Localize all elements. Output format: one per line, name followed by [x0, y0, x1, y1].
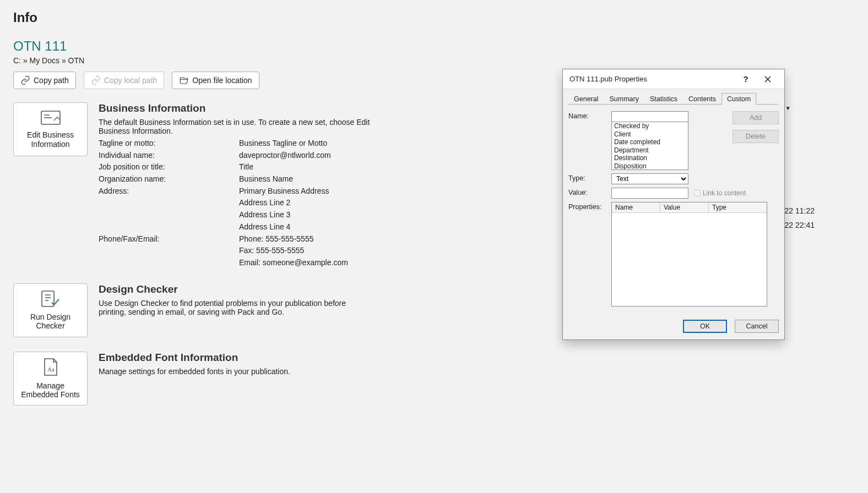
properties-label: Properties:: [568, 202, 611, 211]
value-input[interactable]: [611, 188, 688, 199]
ok-button[interactable]: OK: [683, 320, 727, 333]
manage-fonts-label: Manage Embedded Fonts: [18, 381, 83, 400]
list-item[interactable]: Date completed: [612, 138, 688, 146]
run-design-checker-label: Run Design Checker: [18, 313, 83, 331]
edit-business-info-label: Edit Business Information: [18, 130, 83, 149]
list-item[interactable]: Checked by: [612, 122, 688, 130]
tagline-value: Business Tagline or Motto: [239, 138, 327, 150]
doc-title: OTN 111: [13, 39, 855, 54]
email-value: Email: someone@example.com: [239, 257, 348, 269]
individual-name-label: Individual name:: [99, 150, 239, 162]
phone-value: Phone: 555-555-5555: [239, 233, 348, 245]
page-title: Info: [13, 10, 855, 25]
list-item[interactable]: Disposition: [612, 162, 688, 171]
list-item[interactable]: Destination: [612, 154, 688, 162]
value-label: Value:: [568, 188, 611, 196]
address-line: Address Line 4: [239, 221, 329, 233]
add-button[interactable]: Add: [733, 111, 779, 124]
job-title-value: Title: [239, 161, 253, 173]
run-design-checker-button[interactable]: Run Design Checker: [13, 283, 88, 337]
org-name-value: Business Name: [239, 173, 293, 185]
list-item[interactable]: Department: [612, 146, 688, 155]
close-icon: [764, 76, 771, 83]
tab-contents[interactable]: Contents: [683, 93, 721, 105]
doc-path: C: » My Docs » OTN: [13, 56, 855, 65]
list-item[interactable]: Client: [612, 130, 688, 139]
type-select[interactable]: Text: [611, 173, 688, 184]
link-to-content-label: Link to content: [703, 189, 746, 197]
embedded-fonts-desc: Manage settings for embedded fonts in yo…: [99, 367, 290, 376]
name-input[interactable]: [611, 111, 688, 122]
tagline-label: Tagline or motto:: [99, 138, 239, 150]
address-line: Address Line 3: [239, 209, 329, 221]
business-card-icon: [41, 111, 61, 127]
address-line: Address Line 2: [239, 197, 329, 209]
address-line: Primary Business Address: [239, 185, 329, 198]
tab-statistics[interactable]: Statistics: [644, 93, 683, 105]
open-file-location-label: Open file location: [192, 76, 252, 85]
folder-open-icon: [179, 75, 189, 85]
copy-path-label: Copy path: [34, 76, 69, 85]
design-checker-desc: Use Design Checker to find potential pro…: [99, 299, 374, 316]
type-label: Type:: [568, 173, 611, 182]
properties-table[interactable]: Name Value Type: [611, 202, 767, 306]
link-checkbox-input: [694, 190, 701, 196]
close-button[interactable]: [757, 72, 779, 87]
help-button[interactable]: ?: [735, 72, 757, 87]
name-label: Name:: [568, 111, 611, 120]
link-icon: [91, 75, 101, 85]
name-listbox[interactable]: Checked by Client Date completed Departm…: [611, 122, 688, 170]
tab-summary[interactable]: Summary: [604, 93, 644, 105]
embedded-fonts-heading: Embedded Font Information: [99, 352, 290, 364]
business-info-heading: Business Information: [99, 102, 374, 114]
chevron-down-icon: ▾: [786, 105, 790, 112]
font-file-icon: Aa: [43, 358, 58, 378]
business-info-desc: The default Business Information set is …: [99, 118, 374, 135]
job-title-label: Job position or title:: [99, 161, 239, 173]
fax-value: Fax: 555-555-5555: [239, 245, 348, 257]
svg-rect-1: [42, 291, 54, 306]
copy-local-path-button: Copy local path: [84, 72, 165, 89]
contact-label: Phone/Fax/Email:: [99, 233, 239, 269]
delete-button[interactable]: Delete: [733, 130, 779, 143]
tab-general[interactable]: General: [568, 93, 604, 105]
tab-custom[interactable]: Custom: [721, 93, 756, 105]
individual-name-value: daveproctor@ntlworld.com: [239, 150, 331, 162]
manage-embedded-fonts-button[interactable]: Aa Manage Embedded Fonts: [13, 352, 88, 406]
col-type-header: Type: [709, 202, 767, 212]
copy-path-button[interactable]: Copy path: [13, 72, 76, 89]
col-name-header: Name: [612, 202, 660, 212]
dialog-title: OTN 111.pub Properties: [569, 75, 735, 83]
copy-local-path-label: Copy local path: [104, 76, 158, 85]
edit-business-info-button[interactable]: Edit Business Information: [13, 102, 88, 156]
cancel-button[interactable]: Cancel: [735, 320, 779, 333]
properties-dialog: OTN 111.pub Properties ? General Summary…: [562, 69, 785, 340]
svg-text:Aa: Aa: [47, 366, 55, 373]
address-label: Address:: [99, 185, 239, 233]
col-value-header: Value: [660, 202, 709, 212]
design-checker-icon: [41, 291, 60, 309]
org-name-label: Organization name:: [99, 173, 239, 185]
link-to-content-checkbox[interactable]: Link to content: [694, 189, 746, 197]
link-icon: [20, 75, 30, 85]
design-checker-heading: Design Checker: [99, 283, 374, 295]
open-file-location-button[interactable]: Open file location: [172, 72, 259, 89]
